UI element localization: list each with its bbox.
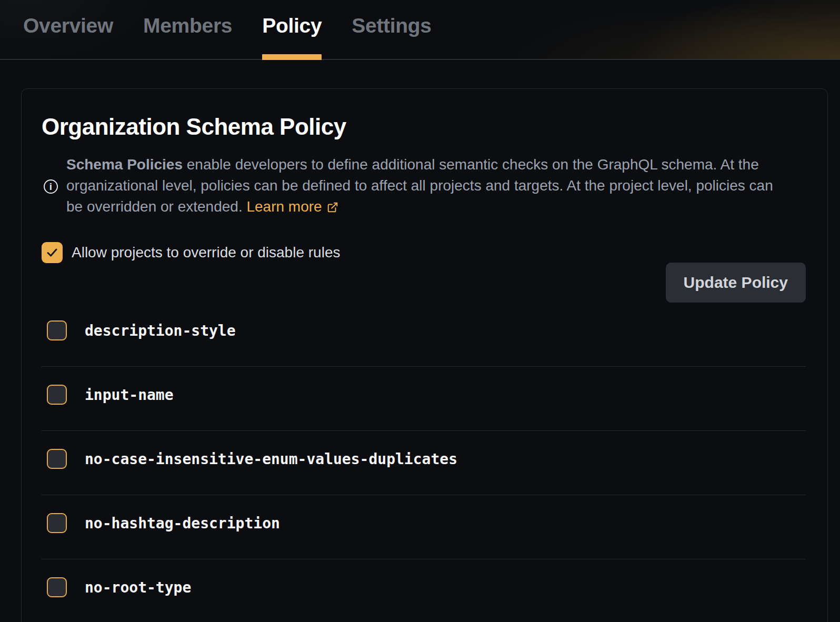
info-icon: i	[44, 179, 58, 194]
org-tab-bar: Overview Members Policy Settings	[0, 0, 840, 60]
rule-name: input-name	[85, 386, 174, 404]
rule-checkbox-description-style[interactable]	[47, 320, 67, 340]
checkmark-icon	[46, 246, 58, 259]
rule-name: no-hashtag-description	[85, 515, 280, 532]
rule-row-no-root-type: no-root-type	[42, 559, 806, 622]
tab-members[interactable]: Members	[143, 0, 232, 52]
policy-info-banner: i Schema Policies enable developers to d…	[42, 154, 806, 219]
tab-settings[interactable]: Settings	[352, 0, 431, 52]
rule-row-description-style: description-style	[42, 303, 806, 367]
tab-policy[interactable]: Policy	[262, 0, 322, 52]
tab-overview-label: Overview	[23, 14, 113, 37]
actions-row: Update Policy	[42, 263, 806, 303]
rule-checkbox-no-case-insensitive-enum-values-duplicates[interactable]	[47, 449, 67, 469]
rule-checkbox-no-root-type[interactable]	[47, 577, 67, 597]
allow-override-label[interactable]: Allow projects to override or disable ru…	[72, 244, 340, 261]
rules-list: description-style input-name no-case-ins…	[42, 303, 806, 622]
tab-overview[interactable]: Overview	[23, 0, 113, 52]
rule-name: no-root-type	[85, 579, 191, 596]
rule-name: no-case-insensitive-enum-values-duplicat…	[85, 450, 457, 468]
schema-policy-card: Organization Schema Policy i Schema Poli…	[21, 88, 828, 622]
tab-settings-label: Settings	[352, 14, 431, 37]
external-link-icon	[327, 198, 338, 219]
rule-row-no-case-insensitive-enum-values-duplicates: no-case-insensitive-enum-values-duplicat…	[42, 431, 806, 495]
tab-policy-label: Policy	[262, 14, 322, 37]
rule-checkbox-input-name[interactable]	[47, 385, 67, 405]
learn-more-label: Learn more	[246, 198, 322, 215]
policy-description: Schema Policies enable developers to def…	[66, 154, 788, 219]
rule-row-input-name: input-name	[42, 367, 806, 431]
policy-description-lead: Schema Policies	[66, 156, 183, 173]
active-tab-indicator	[262, 54, 322, 60]
rule-name: description-style	[85, 322, 236, 339]
learn-more-link[interactable]: Learn more	[246, 198, 338, 215]
allow-override-row: Allow projects to override or disable ru…	[42, 242, 806, 263]
update-policy-button[interactable]: Update Policy	[666, 263, 806, 303]
tab-members-label: Members	[143, 14, 232, 37]
rule-checkbox-no-hashtag-description[interactable]	[47, 513, 67, 533]
allow-override-checkbox[interactable]	[42, 242, 63, 263]
page-title: Organization Schema Policy	[42, 114, 806, 140]
rule-row-no-hashtag-description: no-hashtag-description	[42, 495, 806, 559]
